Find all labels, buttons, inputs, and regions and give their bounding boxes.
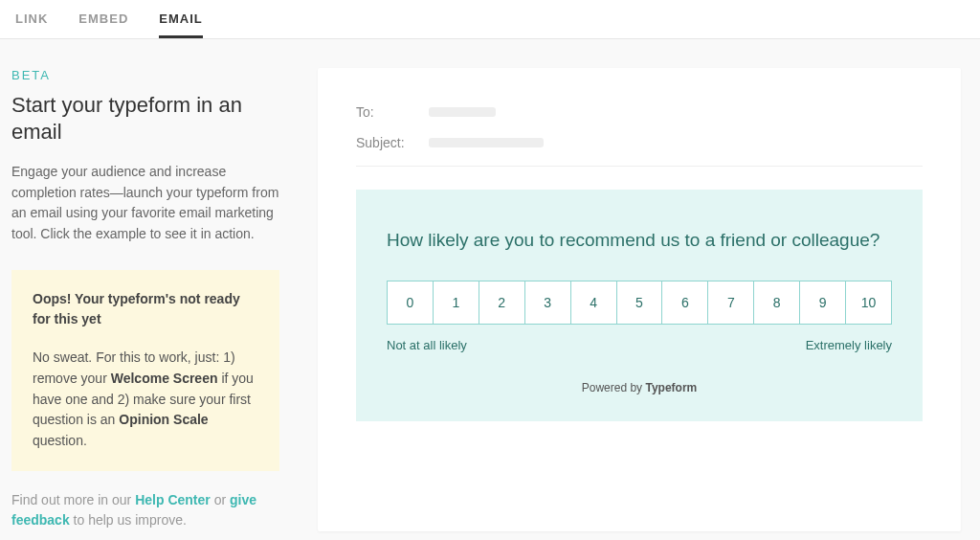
- scale-option-6[interactable]: 6: [662, 281, 708, 324]
- scale-option-8[interactable]: 8: [754, 281, 800, 324]
- scale-option-5[interactable]: 5: [617, 281, 663, 324]
- warning-title: Oops! Your typeform's not ready for this…: [33, 289, 258, 330]
- warning-box: Oops! Your typeform's not ready for this…: [11, 270, 279, 471]
- scale-option-9[interactable]: 9: [800, 281, 846, 324]
- scale-option-1[interactable]: 1: [434, 281, 479, 324]
- to-label: To:: [356, 104, 413, 120]
- scale-option-7[interactable]: 7: [708, 281, 754, 324]
- page-title: Start your typeform in an email: [11, 92, 279, 145]
- to-placeholder: [429, 107, 496, 117]
- footer-text: Find out more in our Help Center or give…: [11, 490, 279, 531]
- footer-mid: or: [211, 492, 230, 507]
- warning-bold: Welcome Screen: [111, 371, 218, 386]
- subject-placeholder: [429, 138, 544, 147]
- help-center-link[interactable]: Help Center: [135, 492, 211, 507]
- footer-pre: Find out more in our: [11, 492, 135, 507]
- subject-label: Subject:: [356, 135, 413, 150]
- tab-link[interactable]: LINK: [15, 11, 48, 38]
- tab-embed[interactable]: EMBED: [78, 11, 128, 38]
- powered-by: Powered by Typeform: [387, 381, 892, 394]
- scale-labels: Not at all likely Extremely likely: [387, 338, 892, 352]
- scale-option-10[interactable]: 10: [846, 281, 891, 324]
- scale-option-2[interactable]: 2: [479, 281, 525, 324]
- scale-option-0[interactable]: 0: [388, 281, 434, 324]
- question-card: How likely are you to recommend us to a …: [356, 190, 923, 421]
- to-field-row: To:: [356, 97, 923, 127]
- tab-email[interactable]: EMAIL: [159, 11, 202, 38]
- opinion-scale: 0 1 2 3 4 5 6 7 8 9 10: [387, 281, 892, 325]
- warning-text: question.: [33, 433, 87, 448]
- left-sidebar: BETA Start your typeform in an email Eng…: [11, 68, 279, 531]
- email-preview-panel[interactable]: To: Subject: How likely are you to recom…: [318, 68, 961, 531]
- question-text: How likely are you to recommend us to a …: [387, 228, 892, 254]
- warning-bold: Opinion Scale: [119, 412, 208, 427]
- scale-option-4[interactable]: 4: [571, 281, 617, 324]
- content-area: BETA Start your typeform in an email Eng…: [0, 39, 980, 540]
- beta-badge: BETA: [11, 68, 279, 82]
- description-text: Engage your audience and increase comple…: [11, 162, 279, 245]
- scale-low-label: Not at all likely: [387, 338, 467, 352]
- scale-high-label: Extremely likely: [806, 338, 892, 352]
- scale-option-3[interactable]: 3: [525, 281, 571, 324]
- warning-body: No sweat. For this to work, just: 1) rem…: [33, 348, 258, 451]
- subject-field-row: Subject:: [356, 127, 923, 158]
- powered-pre: Powered by: [582, 381, 646, 394]
- share-tabs: LINK EMBED EMAIL: [0, 0, 980, 39]
- powered-brand: Typeform: [645, 381, 697, 394]
- header-divider: [356, 166, 923, 167]
- footer-post: to help us improve.: [70, 512, 187, 528]
